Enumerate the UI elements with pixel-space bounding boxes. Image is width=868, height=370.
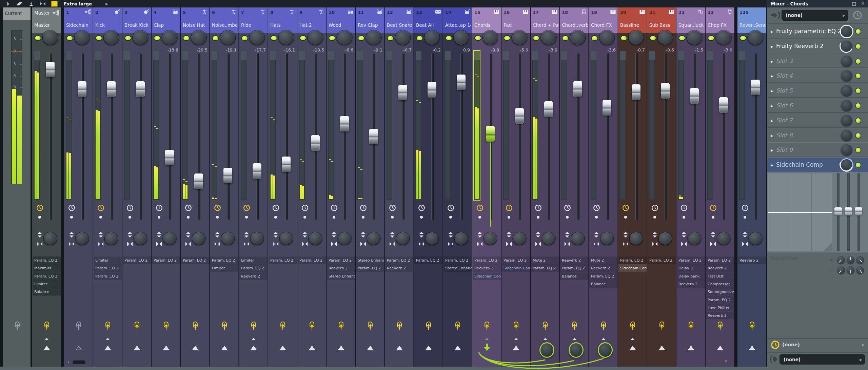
swap-updown-icon[interactable] xyxy=(273,232,279,238)
slot-enable-led[interactable] xyxy=(856,118,861,123)
route-up-small-icon[interactable] xyxy=(572,338,576,340)
audio-output-icon[interactable] xyxy=(769,354,779,364)
fx-slot-label[interactable]: Love Philter xyxy=(706,304,734,312)
pan-knob[interactable] xyxy=(425,30,439,45)
channel-header[interactable]: 17Chord + Pad xyxy=(531,7,559,33)
stereo-lr-icon[interactable] xyxy=(37,241,43,247)
current-plug-icon[interactable] xyxy=(14,321,21,331)
fx-slot-label[interactable]: Sidechain Comp xyxy=(473,272,501,280)
volume-fader-handle[interactable] xyxy=(253,163,261,179)
eq-band2-slider[interactable] xyxy=(845,207,852,215)
record-clock-icon[interactable] xyxy=(301,204,309,211)
stereo-sep-knob[interactable] xyxy=(513,232,526,245)
input-source-dropdown[interactable]: (none)▶ xyxy=(782,10,848,21)
mute-led[interactable] xyxy=(300,36,306,40)
fx-slot-label[interactable]: Param. EQ 2 xyxy=(560,264,588,272)
fx-slot-label[interactable]: Param. EQ 2 xyxy=(33,256,61,264)
slot-enable-led[interactable] xyxy=(856,29,861,34)
mute-led[interactable] xyxy=(96,36,102,40)
fx-slot-label[interactable]: Param. EQ 2 xyxy=(589,272,617,280)
pan-knob[interactable] xyxy=(133,30,148,45)
output-target-dropdown[interactable]: (none)▶ xyxy=(780,354,865,365)
channel-header[interactable]: 23Chop FX xyxy=(706,7,734,33)
channel-header[interactable]: 12Beat Snare xyxy=(385,7,414,33)
effect-slot-6[interactable]: ▶Slot 6 xyxy=(767,98,868,113)
stereo-lr-icon[interactable] xyxy=(273,241,279,247)
fx-slot-label[interactable]: Param. EQ 2 xyxy=(502,256,530,264)
slot-enable-led[interactable] xyxy=(856,44,861,49)
volume-fader-handle[interactable] xyxy=(46,62,55,77)
stereo-sep-knob[interactable] xyxy=(426,232,438,245)
mute-led[interactable] xyxy=(242,36,248,40)
fx-slot-label[interactable]: Reeverb 2 xyxy=(706,264,734,272)
fx-slot-label[interactable]: Delay bank xyxy=(677,272,705,280)
audio-out-plug-icon[interactable] xyxy=(600,321,607,331)
stereo-sep-knob[interactable] xyxy=(221,232,234,245)
eq-band3-slider[interactable] xyxy=(855,207,862,215)
stereo-lr-icon[interactable] xyxy=(448,241,454,247)
pan-knob[interactable] xyxy=(541,30,556,45)
fx-slot-label[interactable]: Reeverb 2 xyxy=(385,264,413,272)
fader-track[interactable] xyxy=(256,54,259,220)
volume-fader-handle[interactable] xyxy=(136,81,145,97)
stereo-sep-knob[interactable] xyxy=(192,232,205,245)
audio-out-plug-icon[interactable] xyxy=(133,321,141,331)
fx-slot-label[interactable]: Sidechain Comp xyxy=(618,264,647,272)
slot-caret-icon[interactable]: ▶ xyxy=(771,104,773,108)
route-up-arrow-icon[interactable] xyxy=(688,346,694,350)
swap-updown-icon[interactable] xyxy=(127,232,133,238)
mute-led[interactable] xyxy=(417,36,422,40)
fader-track[interactable] xyxy=(635,54,638,220)
slot-caret-icon[interactable]: ▶ xyxy=(771,89,773,93)
audio-out-plug-icon[interactable] xyxy=(337,321,345,331)
fx-slot-label[interactable]: Reeverb 2 xyxy=(706,312,734,320)
route-up-arrow-icon[interactable] xyxy=(75,346,82,350)
stereo-lr-icon[interactable] xyxy=(506,241,512,247)
fader-track[interactable] xyxy=(431,54,434,220)
mute-led[interactable] xyxy=(125,36,131,40)
volume-fader-handle[interactable] xyxy=(282,157,291,172)
route-up-arrow-icon[interactable] xyxy=(629,346,636,350)
channel-header[interactable]: 11Rev Clap xyxy=(356,7,384,33)
audio-out-plug-icon[interactable] xyxy=(221,321,228,331)
slot-caret-icon[interactable]: ▶ xyxy=(771,134,773,138)
record-clock-icon[interactable] xyxy=(742,204,749,211)
volume-fader-handle[interactable] xyxy=(751,80,760,95)
mute-led[interactable] xyxy=(740,36,746,40)
stereo-sep-knob[interactable] xyxy=(251,232,263,245)
fx-slot-label[interactable]: Delay 3 xyxy=(677,264,705,272)
horizontal-scrollbar-thumb[interactable] xyxy=(73,361,85,364)
mute-led[interactable] xyxy=(154,36,160,40)
fx-slot-label[interactable]: Param. EQ 2 xyxy=(385,256,413,264)
slot-caret-icon[interactable]: ▶ xyxy=(771,163,773,167)
volume-fader-handle[interactable] xyxy=(457,75,466,90)
record-clock-icon[interactable] xyxy=(622,204,629,211)
stereo-lr-icon[interactable] xyxy=(331,241,337,247)
fx-slot-label[interactable]: Limiter xyxy=(210,264,238,272)
stereo-sep-knob[interactable] xyxy=(44,232,57,245)
swap-updown-icon[interactable] xyxy=(418,232,425,238)
audio-out-plug-icon[interactable] xyxy=(571,321,578,331)
pan-knob[interactable] xyxy=(162,30,177,45)
record-clock-icon[interactable] xyxy=(214,204,221,211)
audio-out-plug-icon[interactable] xyxy=(541,321,549,331)
fader-track[interactable] xyxy=(402,54,405,220)
volume-fader-handle[interactable] xyxy=(573,81,582,97)
pan-knob[interactable] xyxy=(454,30,469,45)
sidechain-level-knob[interactable] xyxy=(598,342,613,358)
fx-slot-label[interactable]: Param. EQ 2 xyxy=(269,256,297,264)
channel-header[interactable]: 8Hats xyxy=(268,7,297,33)
effect-slot-2[interactable]: ▶Fruity Reeverb 2 xyxy=(767,39,868,54)
send-clock-icon[interactable] xyxy=(771,340,780,349)
fx-slot-label[interactable]: Sidechain Comp xyxy=(502,264,530,272)
fx-slot-label[interactable]: Maximus xyxy=(33,264,61,272)
fx-slot-label[interactable]: Param. EQ 2 xyxy=(33,272,61,280)
swap-updown-icon[interactable] xyxy=(98,232,104,238)
fader-track[interactable] xyxy=(198,54,200,220)
route-up-arrow-icon[interactable] xyxy=(104,346,111,350)
swap-updown-icon[interactable] xyxy=(681,232,687,238)
stereo-lr-icon[interactable] xyxy=(156,241,162,247)
volume-fader-handle[interactable] xyxy=(603,100,611,116)
scroll-right-icon[interactable]: › xyxy=(725,358,727,364)
route-up-arrow-icon[interactable] xyxy=(717,346,724,350)
